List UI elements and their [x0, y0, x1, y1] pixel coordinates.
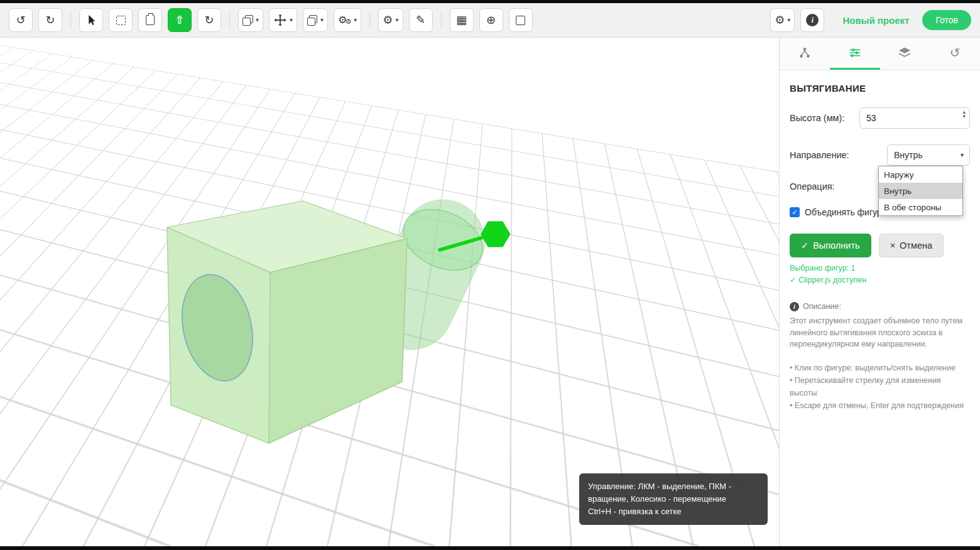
undo-icon: ↺: [16, 14, 25, 26]
pointer-tool-button[interactable]: [79, 8, 103, 32]
option-inward[interactable]: Внутрь: [879, 183, 962, 199]
gear-icon: ⚙: [383, 14, 393, 26]
description-text: Этот инструмент создает объемное тело пу…: [790, 315, 970, 350]
gear-icon: ⚙: [775, 14, 785, 26]
check-icon: ✓: [801, 240, 808, 251]
height-stepper[interactable]: ▴ ▾: [962, 110, 966, 119]
frame-view-button[interactable]: [509, 8, 533, 32]
snap-target-button[interactable]: ⊕: [479, 8, 503, 32]
grid-toggle-button[interactable]: ▦: [450, 8, 474, 32]
toolbar-separator: [70, 12, 71, 28]
cancel-button[interactable]: × Отмена: [879, 234, 944, 257]
cross-icon: ×: [890, 240, 895, 251]
merge-checkbox[interactable]: ✓: [790, 207, 800, 217]
tooltip-line: Управление: ЛКМ - выделение, ПКМ - враще…: [588, 480, 759, 505]
check-icon: ✓: [792, 208, 797, 217]
refresh-button[interactable]: ↻: [197, 8, 221, 32]
action-buttons: ✓ Выполнить × Отмена: [790, 234, 970, 257]
marquee-icon: [116, 16, 126, 25]
move-icon: [273, 13, 287, 27]
hints-list: • Клик по фигуре: выделить/снять выделен…: [790, 362, 970, 412]
info-icon: i: [806, 14, 819, 26]
height-row: Высота (мм): ▴ ▾: [790, 107, 970, 129]
viewport-3d[interactable]: Управление: ЛКМ - выделение, ПКМ - враще…: [0, 38, 779, 546]
extrusion-preview-cylinder[interactable]: [394, 198, 492, 308]
cursor-icon: [84, 13, 98, 27]
direction-row: Направление: Внутрь ▾: [790, 144, 970, 166]
redo-button[interactable]: ↻: [38, 8, 62, 32]
operations-dropdown-button[interactable]: ⚙ ⚙ ▾: [334, 8, 361, 32]
tool-panel: ↺ ВЫТЯГИВАНИЕ Высота (мм): ▴ ▾: [779, 38, 980, 546]
gears-icon: ⚙ ⚙: [338, 15, 351, 25]
history-icon: ↺: [950, 45, 961, 60]
height-input[interactable]: [859, 107, 970, 129]
description-title: Описание:: [803, 301, 841, 313]
panel-tabs: ↺: [780, 38, 980, 70]
edit-sketch-button[interactable]: ✎: [409, 8, 433, 32]
tab-structure[interactable]: [780, 38, 830, 70]
merge-label: Объединять фигуры: [805, 207, 888, 217]
redo-icon: ↻: [45, 14, 55, 26]
info-button[interactable]: i: [800, 8, 824, 32]
app-window: ↺ ↻ ⇧ ↻ ▾ ▾ ▾ ⚙ ⚙ ▾: [0, 0, 980, 550]
duplicate-dropdown-button[interactable]: ▾: [303, 8, 328, 32]
toolbar-separator: [441, 12, 442, 28]
toolbar-separator: [229, 12, 230, 28]
structure-icon: [798, 46, 812, 60]
marquee-select-button[interactable]: [109, 8, 133, 32]
undo-button[interactable]: ↺: [9, 8, 33, 32]
chevron-down-icon: ▾: [395, 17, 398, 23]
direction-dropdown-menu: Наружу Внутрь В обе стороны: [878, 166, 963, 216]
tab-layers[interactable]: [880, 38, 930, 70]
option-outward[interactable]: Наружу: [879, 166, 962, 183]
pencil-icon: ✎: [416, 14, 425, 26]
view-settings-dropdown-button[interactable]: ⚙ ▾: [770, 8, 795, 32]
sliders-icon: [848, 46, 862, 60]
project-name: Новый проект: [842, 15, 909, 26]
info-icon: i: [790, 302, 799, 311]
panel-title: ВЫТЯГИВАНИЕ: [790, 83, 970, 94]
chevron-down-icon: ▾: [256, 17, 259, 23]
frame-icon: [516, 16, 525, 25]
direction-select[interactable]: Внутрь ▾: [887, 144, 970, 166]
hint-item: • Escape для отмены, Enter для подтвержд…: [790, 399, 970, 412]
clipboard-icon: [146, 15, 155, 25]
clipboard-tool-button[interactable]: [138, 8, 162, 32]
selected-figures-status: Выбрано фигур: 1: [790, 264, 970, 272]
chevron-down-icon: ▾: [354, 17, 357, 23]
clipper-status: ✓ Clipper.js доступен: [790, 275, 970, 284]
scene-canvas: [0, 38, 779, 546]
move-dropdown-button[interactable]: ▾: [269, 8, 297, 32]
tab-history[interactable]: ↺: [930, 38, 980, 70]
toolbar-separator: [369, 12, 370, 28]
copy-dropdown-button[interactable]: ▾: [238, 8, 263, 32]
description-block: i Описание: Этот инструмент создает объе…: [790, 301, 970, 350]
direction-label: Направление:: [790, 150, 849, 160]
chevron-down-icon: ▾: [787, 17, 790, 23]
chevron-down-icon: ▾: [290, 17, 293, 23]
settings-dropdown-button[interactable]: ⚙ ▾: [378, 8, 403, 32]
tab-tool-properties[interactable]: [830, 38, 880, 70]
selected-cube[interactable]: [167, 201, 407, 443]
layers-icon: [898, 46, 912, 60]
chevron-down-icon: ▾: [320, 17, 324, 23]
controls-tooltip: Управление: ЛКМ - выделение, ПКМ - враще…: [579, 473, 768, 525]
refresh-icon: ↻: [204, 14, 214, 26]
ready-button[interactable]: Готов: [922, 10, 971, 30]
option-both-sides[interactable]: В обе стороны: [879, 199, 962, 215]
target-icon: ⊕: [486, 14, 496, 26]
stepper-down-icon[interactable]: ▾: [962, 114, 966, 119]
grid-icon: ▦: [456, 14, 467, 26]
copy-icon: [242, 15, 253, 26]
chevron-down-icon: ▾: [961, 152, 964, 158]
bottom-edge-strip: [0, 546, 980, 550]
operation-label: Операция:: [790, 181, 835, 191]
extrude-tool-button[interactable]: ⇧: [168, 8, 192, 32]
direction-value: Внутрь: [894, 150, 923, 160]
extrude-panel: ВЫТЯГИВАНИЕ Высота (мм): ▴ ▾ Направление…: [780, 70, 980, 546]
extrude-arrow-icon: ⇧: [175, 14, 184, 26]
hint-item: • Перетаскивайте стрелку для изменения в…: [790, 374, 970, 399]
execute-button[interactable]: ✓ Выполнить: [790, 234, 871, 257]
height-label: Высота (мм):: [790, 113, 844, 123]
main-toolbar: ↺ ↻ ⇧ ↻ ▾ ▾ ▾ ⚙ ⚙ ▾: [0, 3, 980, 38]
